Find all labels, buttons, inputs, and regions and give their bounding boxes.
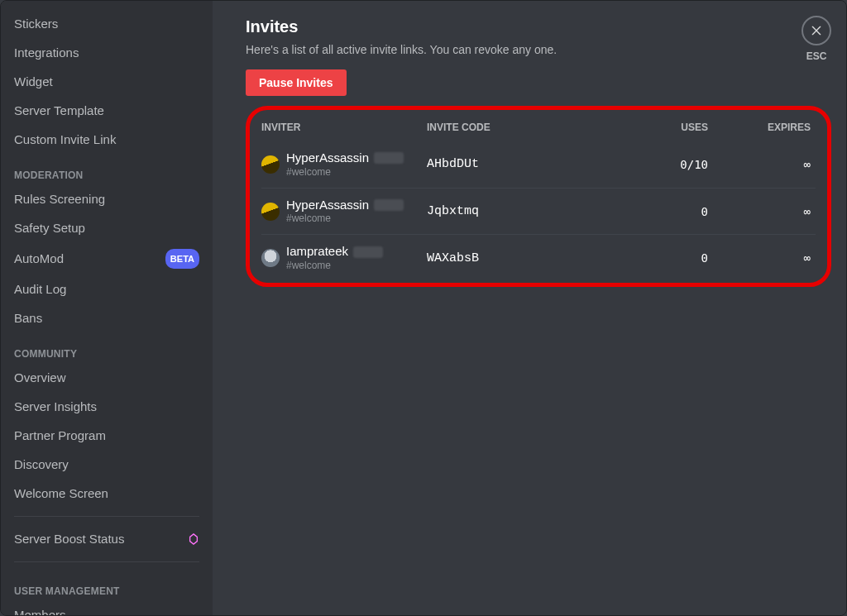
inviter-name: HyperAssassin: [286, 198, 369, 212]
sidebar-item-bans[interactable]: Bans: [6, 304, 208, 332]
sidebar-item-widget[interactable]: Widget: [6, 68, 208, 96]
sidebar-item-members[interactable]: Members: [6, 601, 208, 615]
channel-tag: #welcome: [286, 213, 404, 224]
uses-value: 0/10: [592, 158, 741, 171]
divider: [14, 516, 199, 517]
sidebar-item-server-boost[interactable]: Server Boost Status: [6, 525, 208, 553]
pause-invites-button[interactable]: Pause Invites: [246, 69, 347, 96]
inviter-cell: Iamprateek#welcome: [261, 245, 427, 271]
avatar: [261, 155, 280, 174]
channel-tag: #welcome: [286, 260, 383, 271]
close-icon: [810, 24, 823, 37]
page-title: Invites: [246, 17, 831, 36]
avatar: [261, 249, 280, 267]
page-description: Here's a list of all active invite links…: [246, 43, 831, 56]
redacted-tag: [374, 199, 404, 211]
table-row[interactable]: HyperAssassin#welcomeJqbxtmq0∞: [261, 188, 816, 235]
col-inviter: INVITER: [261, 122, 427, 133]
col-invite-code: INVITE CODE: [427, 122, 592, 133]
redacted-tag: [374, 152, 404, 164]
table-body: HyperAssassin#welcomeAHbdDUt0/10∞HyperAs…: [261, 141, 816, 281]
invite-code: Jqbxtmq: [427, 204, 592, 218]
sidebar-header-moderation: MODERATION: [6, 155, 208, 184]
sidebar-item-custom-invite-link[interactable]: Custom Invite Link: [6, 126, 208, 154]
main-content: ESC Invites Here's a list of all active …: [213, 1, 846, 615]
col-expires: EXPIRES: [741, 122, 816, 133]
expires-value: ∞: [741, 205, 816, 218]
channel-tag: #welcome: [286, 167, 404, 178]
invite-code: WAXabsB: [427, 251, 592, 265]
sidebar-item-integrations[interactable]: Integrations: [6, 39, 208, 67]
avatar: [261, 203, 280, 221]
sidebar-item-server-template[interactable]: Server Template: [6, 97, 208, 125]
table-row[interactable]: HyperAssassin#welcomeAHbdDUt0/10∞: [261, 141, 816, 188]
expires-value: ∞: [741, 251, 816, 265]
sidebar-item-automod[interactable]: AutoMod BETA: [6, 243, 208, 275]
inviter-name: Iamprateek: [286, 245, 348, 259]
inviter-cell: HyperAssassin#welcome: [261, 198, 427, 225]
sidebar-item-partner-program[interactable]: Partner Program: [6, 422, 208, 450]
sidebar-item-audit-log[interactable]: Audit Log: [6, 275, 208, 303]
invite-code: AHbdDUt: [427, 157, 592, 171]
invites-highlight: INVITER INVITE CODE USES EXPIRES HyperAs…: [246, 106, 831, 287]
table-row[interactable]: Iamprateek#welcomeWAXabsB0∞: [261, 234, 816, 281]
col-uses: USES: [592, 122, 741, 133]
close-button[interactable]: [802, 16, 831, 45]
beta-badge: BETA: [165, 249, 199, 269]
uses-value: 0: [592, 251, 741, 265]
inviter-name: HyperAssassin: [286, 151, 369, 165]
esc-label: ESC: [802, 50, 831, 62]
sidebar-item-overview[interactable]: Overview: [6, 364, 208, 392]
sidebar-header-community: COMMUNITY: [6, 333, 208, 363]
boost-icon: [188, 533, 199, 545]
sidebar-item-safety-setup[interactable]: Safety Setup: [6, 214, 208, 242]
sidebar-item-rules-screening[interactable]: Rules Screening: [6, 185, 208, 213]
divider: [14, 561, 199, 562]
sidebar-item-stickers[interactable]: Stickers: [6, 10, 208, 38]
sidebar-item-server-insights[interactable]: Server Insights: [6, 393, 208, 421]
inviter-cell: HyperAssassin#welcome: [261, 151, 427, 178]
redacted-tag: [353, 246, 383, 258]
sidebar-item-welcome-screen[interactable]: Welcome Screen: [6, 480, 208, 508]
expires-value: ∞: [741, 158, 816, 171]
uses-value: 0: [592, 205, 741, 218]
sidebar-item-discovery[interactable]: Discovery: [6, 451, 208, 479]
table-header: INVITER INVITE CODE USES EXPIRES: [261, 115, 816, 141]
sidebar-header-user-management: USER MANAGEMENT: [6, 571, 208, 600]
settings-sidebar: Stickers Integrations Widget Server Temp…: [1, 1, 213, 615]
